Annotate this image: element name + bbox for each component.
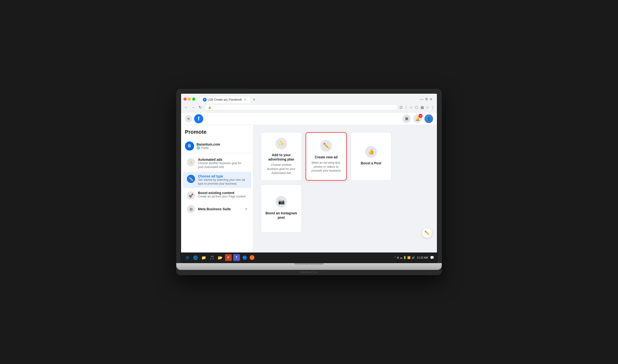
share-icon[interactable]: ↑ <box>405 105 407 109</box>
boost-post-title: Boost a Post <box>361 161 381 165</box>
browser-chrome: f (18) Create ad | Facebook ✕ + — ⧉ ✕ ← … <box>181 94 437 113</box>
boost-existing-subtitle: Create an ad from your Page content <box>198 195 245 199</box>
sidebar-item-meta-business-suite[interactable]: ⊙ Meta Business Suite ↗ <box>183 203 251 216</box>
automated-ads-icon: ✨ <box>187 158 195 166</box>
lock-icon: 🔒 <box>208 106 211 109</box>
taskbar-edge-icon[interactable]: 🌐 <box>192 254 199 261</box>
taskbar-time: 11:22 AM <box>417 256 428 259</box>
window-restore-icon[interactable]: ⧉ <box>425 97 428 101</box>
fb-main: Promote B Barantum.com 🌐 Public ✨ <box>181 125 437 252</box>
floating-action-button[interactable]: ✏️ <box>422 228 432 238</box>
taskbar: ⊞ 🌐 📁 🎵 📂 P T 🔵 ^ 🖥 ☁ 🔋 📶 🔊 11:22 AM 💬 <box>181 252 437 263</box>
fb-content: ✨ Add to your advertising plan Choose an… <box>254 125 437 252</box>
sidebar-item-automated-ads[interactable]: ✨ Automated ads Choose another business … <box>183 155 251 171</box>
url-bar[interactable]: 🔒 <box>205 104 398 110</box>
start-button[interactable]: ⊞ <box>184 254 191 261</box>
fb-sidebar: Promote B Barantum.com 🌐 Public ✨ <box>181 125 254 252</box>
apps-button[interactable]: ⊞ <box>402 114 411 123</box>
sidebar-item-boost-existing[interactable]: 🚀 Boost existing content Create an ad fr… <box>183 189 251 202</box>
extensions-icon[interactable]: ⬡ <box>415 105 418 110</box>
taskbar-system-icons: ^ 🖥 ☁ 🔋 📶 🔊 <box>394 256 415 259</box>
window-close-icon[interactable]: ✕ <box>430 97 433 101</box>
header-right: ⊞ 🔔 18 👤 <box>402 114 433 123</box>
forward-button[interactable]: → <box>191 104 196 110</box>
choose-ad-type-icon: ✏️ <box>187 175 195 183</box>
boost-existing-text: Boost existing content Create an ad from… <box>198 191 245 199</box>
sidebar-account[interactable]: B Barantum.com 🌐 Public <box>181 139 253 153</box>
address-bar: ← → ↻ 🔒 ⊡ ↑ ☆ ⬡ ▦ ○ ⋮ <box>181 103 437 112</box>
laptop-base <box>176 263 442 270</box>
automated-ads-text: Automated ads Choose another business go… <box>198 158 247 169</box>
screenshot-icon[interactable]: ⊡ <box>399 105 403 110</box>
create-new-ad-desc: Make an ad using text, photos or videos … <box>310 161 342 173</box>
back-button[interactable]: ← <box>183 104 189 110</box>
browser-tab[interactable]: f (18) Create ad | Facebook ✕ <box>199 96 251 103</box>
taskbar-folder-icon[interactable]: 📁 <box>200 254 207 261</box>
facebook-logo: f <box>194 114 203 123</box>
profile-icon[interactable]: ○ <box>426 105 428 109</box>
create-new-ad-icon: ✏️ <box>320 140 332 152</box>
account-avatar: B <box>185 142 194 151</box>
boost-instagram-icon: 📷 <box>275 196 287 208</box>
add-to-plan-desc: Choose another business goal for your Au… <box>265 163 298 175</box>
taskbar-powerpoint-icon[interactable]: P <box>225 254 232 261</box>
taskbar-music-icon[interactable]: 🎵 <box>208 254 215 261</box>
bookmark-icon[interactable]: ☆ <box>410 105 412 110</box>
add-to-plan-icon: ✨ <box>275 138 287 149</box>
facebook-page: ✕ f ⊞ 🔔 18 👤 Promote <box>181 113 437 252</box>
taskbar-files-icon[interactable]: 📂 <box>217 254 224 261</box>
globe-icon: 🌐 <box>196 146 200 150</box>
boost-existing-icon: 🚀 <box>187 191 195 200</box>
card-create-new-ad[interactable]: ✏️ Create new ad Make an ad using text, … <box>306 132 347 181</box>
taskbar-right: ^ 🖥 ☁ 🔋 📶 🔊 11:22 AM 💬 <box>394 256 434 260</box>
add-to-plan-title: Add to your advertising plan <box>265 153 298 161</box>
notifications-button[interactable]: 🔔 18 <box>413 114 422 123</box>
notification-badge: 18 <box>419 114 423 118</box>
header-left: ✕ f <box>185 114 203 123</box>
meta-icon: ⊙ <box>187 205 195 213</box>
boost-instagram-title: Boost an Instagram post <box>265 211 298 220</box>
taskbar-orange-icon[interactable] <box>250 255 255 260</box>
choose-ad-type-title: Choose ad type <box>198 174 247 178</box>
minimize-button[interactable] <box>188 98 191 101</box>
window-minimize-icon[interactable]: — <box>420 97 424 101</box>
close-page-button[interactable]: ✕ <box>185 115 192 122</box>
reload-button[interactable]: ↻ <box>198 104 203 110</box>
browser-actions: ⊡ ↑ ☆ ⬡ ▦ ○ ⋮ <box>399 105 435 110</box>
close-button[interactable] <box>183 98 187 101</box>
maximize-button[interactable] <box>192 98 195 101</box>
boost-existing-title: Boost existing content <box>198 191 245 195</box>
create-new-ad-title: Create new ad <box>315 155 338 159</box>
boost-post-icon: 👍 <box>365 146 377 158</box>
user-avatar[interactable]: 👤 <box>425 114 433 123</box>
account-visibility: 🌐 Public <box>196 146 220 150</box>
account-name: Barantum.com <box>196 143 220 146</box>
menu-icon[interactable]: ⋮ <box>431 105 435 110</box>
new-tab-button[interactable]: + <box>251 96 258 103</box>
sidebar-title: Promote <box>181 129 253 139</box>
automated-ads-title: Automated ads <box>198 158 247 161</box>
tab-title: (18) Create ad | Facebook <box>208 98 242 101</box>
taskbar-chrome-icon[interactable]: 🔵 <box>241 254 248 261</box>
laptop-label: MacBook Pro <box>180 270 438 275</box>
layout-icon[interactable]: ▦ <box>421 105 424 110</box>
title-bar: f (18) Create ad | Facebook ✕ + — ⧉ ✕ <box>181 94 437 103</box>
tab-favicon: f <box>203 98 207 102</box>
choose-ad-type-text: Choose ad type Get started by selecting … <box>198 174 247 186</box>
notification-center-icon[interactable]: 💬 <box>430 256 434 260</box>
tab-bar: f (18) Create ad | Facebook ✕ + <box>197 96 260 103</box>
account-info: Barantum.com 🌐 Public <box>196 143 220 150</box>
meta-label: Meta Business Suite <box>198 207 231 211</box>
taskbar-teams-icon[interactable]: T <box>233 254 240 261</box>
window-controls <box>183 98 195 101</box>
cards-grid: ✨ Add to your advertising plan Choose an… <box>261 132 430 233</box>
card-boost-instagram[interactable]: 📷 Boost an Instagram post <box>261 184 302 233</box>
sidebar-item-choose-ad-type[interactable]: ✏️ Choose ad type Get started by selecti… <box>183 172 251 188</box>
card-boost-post[interactable]: 👍 Boost a Post <box>350 132 392 181</box>
choose-ad-type-subtitle: Get started by selecting your own ad typ… <box>198 178 247 186</box>
card-add-to-plan[interactable]: ✨ Add to your advertising plan Choose an… <box>261 132 302 181</box>
tab-close-button[interactable]: ✕ <box>243 98 247 102</box>
automated-ads-subtitle: Choose another business goal for your Au… <box>198 161 247 169</box>
external-link-icon: ↗ <box>245 207 247 211</box>
fb-header: ✕ f ⊞ 🔔 18 👤 <box>181 113 437 125</box>
